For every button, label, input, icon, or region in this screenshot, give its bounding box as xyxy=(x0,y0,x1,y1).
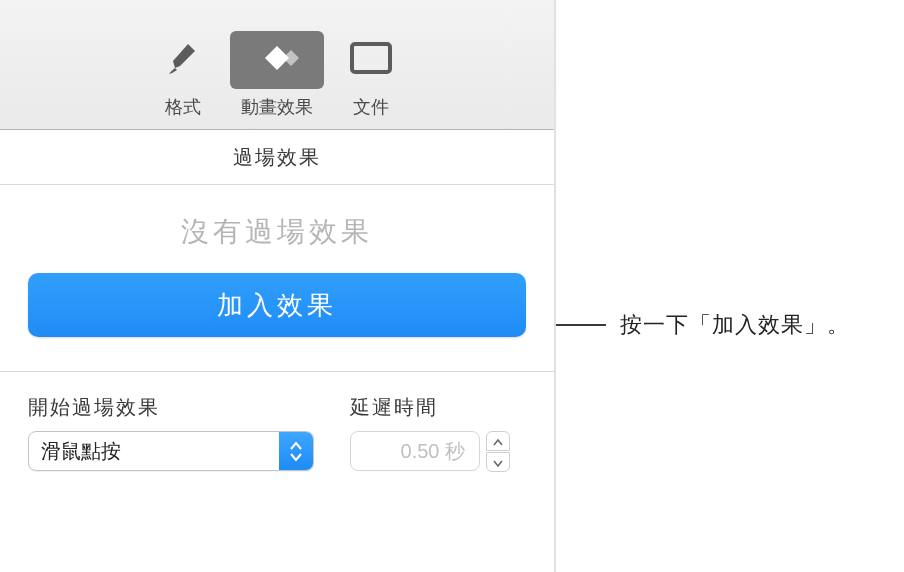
tab-animate[interactable]: 動畫效果 xyxy=(230,31,324,119)
stepper-down-button[interactable] xyxy=(486,452,510,472)
start-transition-value: 滑鼠點按 xyxy=(29,432,279,470)
callout: 按一下「加入效果」。 xyxy=(556,310,850,340)
toolbar: 格式 動畫效果 文件 xyxy=(0,0,554,130)
tab-animate-label: 動畫效果 xyxy=(241,95,313,119)
transition-controls: 開始過場效果 滑鼠點按 延遲時間 0.50 秒 xyxy=(0,372,554,493)
diamond-icon xyxy=(249,39,305,81)
delay-label: 延遲時間 xyxy=(350,394,510,421)
chevron-up-icon xyxy=(493,432,503,450)
section-title: 過場效果 xyxy=(0,130,554,185)
svg-rect-0 xyxy=(352,44,390,72)
transition-content: 沒有過場效果 加入效果 xyxy=(0,185,554,372)
add-effect-button[interactable]: 加入效果 xyxy=(28,273,526,337)
tab-format-label: 格式 xyxy=(165,95,201,119)
popup-arrows-icon xyxy=(279,432,313,470)
delay-stepper: 0.50 秒 xyxy=(350,431,510,471)
start-transition-select[interactable]: 滑鼠點按 xyxy=(28,431,314,471)
inspector-panel: 格式 動畫效果 文件 xyxy=(0,0,556,572)
tab-document[interactable]: 文件 xyxy=(324,31,418,119)
stepper-up-button[interactable] xyxy=(486,431,510,451)
tab-format[interactable]: 格式 xyxy=(136,31,230,119)
no-transition-label: 沒有過場效果 xyxy=(28,213,526,251)
slide-icon xyxy=(349,41,393,79)
chevron-down-icon xyxy=(493,453,503,471)
start-transition-label: 開始過場效果 xyxy=(28,394,314,421)
callout-text: 按一下「加入效果」。 xyxy=(620,310,850,340)
delay-field[interactable]: 0.50 秒 xyxy=(350,431,480,471)
callout-line xyxy=(556,324,606,326)
tab-document-label: 文件 xyxy=(353,95,389,119)
brush-icon xyxy=(163,38,203,82)
